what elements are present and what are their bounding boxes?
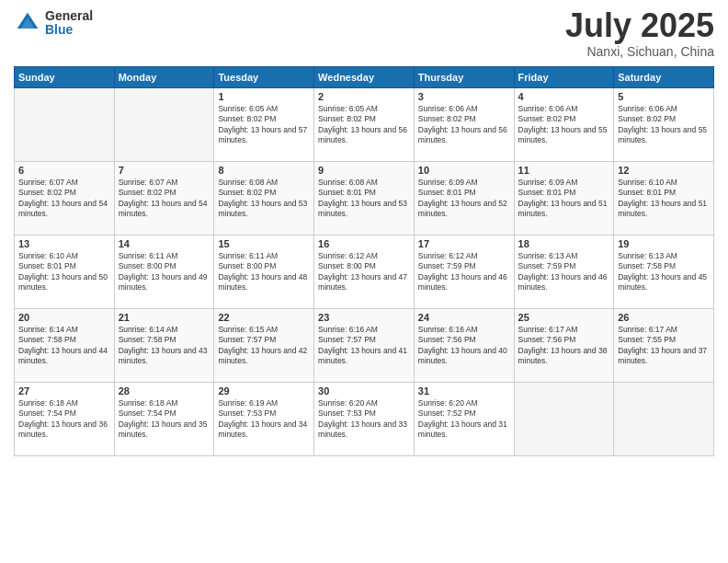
day-number: 31 [418, 385, 510, 396]
calendar-week-row: 27Sunrise: 6:18 AM Sunset: 7:54 PM Dayli… [15, 383, 714, 456]
logo: General Blue [14, 9, 93, 38]
day-info: Sunrise: 6:06 AM Sunset: 8:02 PM Dayligh… [518, 104, 610, 146]
day-info: Sunrise: 6:09 AM Sunset: 8:01 PM Dayligh… [418, 178, 510, 220]
day-number: 20 [18, 312, 110, 323]
day-number: 13 [18, 238, 110, 249]
day-info: Sunrise: 6:18 AM Sunset: 7:54 PM Dayligh… [18, 398, 110, 441]
calendar-week-row: 6Sunrise: 6:07 AM Sunset: 8:02 PM Daylig… [15, 162, 714, 236]
day-info: Sunrise: 6:08 AM Sunset: 8:01 PM Dayligh… [318, 178, 410, 220]
day-info: Sunrise: 6:16 AM Sunset: 7:57 PM Dayligh… [318, 325, 410, 367]
logo-blue: Blue [45, 23, 93, 37]
calendar-cell: 22Sunrise: 6:15 AM Sunset: 7:57 PM Dayli… [214, 309, 314, 383]
day-info: Sunrise: 6:09 AM Sunset: 8:01 PM Dayligh… [518, 178, 610, 220]
calendar-table: SundayMondayTuesdayWednesdayThursdayFrid… [14, 66, 714, 456]
calendar-cell: 11Sunrise: 6:09 AM Sunset: 8:01 PM Dayli… [514, 162, 614, 236]
calendar-cell: 9Sunrise: 6:08 AM Sunset: 8:01 PM Daylig… [314, 162, 415, 236]
logo-text: General Blue [45, 9, 93, 38]
day-number: 27 [18, 385, 110, 396]
calendar-cell: 28Sunrise: 6:18 AM Sunset: 7:54 PM Dayli… [114, 383, 214, 456]
month-title: July 2025 [565, 9, 714, 42]
calendar-week-row: 13Sunrise: 6:10 AM Sunset: 8:01 PM Dayli… [15, 236, 714, 309]
calendar-cell: 15Sunrise: 6:11 AM Sunset: 8:00 PM Dayli… [214, 236, 314, 309]
day-info: Sunrise: 6:07 AM Sunset: 8:02 PM Dayligh… [119, 178, 210, 220]
calendar-cell [15, 88, 115, 162]
day-info: Sunrise: 6:13 AM Sunset: 7:58 PM Dayligh… [618, 251, 710, 293]
calendar-header-sunday: Sunday [15, 67, 115, 88]
day-info: Sunrise: 6:05 AM Sunset: 8:02 PM Dayligh… [318, 104, 410, 146]
day-info: Sunrise: 6:08 AM Sunset: 8:02 PM Dayligh… [218, 178, 310, 220]
calendar-cell: 18Sunrise: 6:13 AM Sunset: 7:59 PM Dayli… [514, 236, 614, 309]
day-info: Sunrise: 6:17 AM Sunset: 7:56 PM Dayligh… [518, 325, 610, 367]
calendar-cell: 25Sunrise: 6:17 AM Sunset: 7:56 PM Dayli… [514, 309, 614, 383]
day-info: Sunrise: 6:14 AM Sunset: 7:58 PM Dayligh… [18, 325, 110, 367]
day-number: 23 [318, 312, 410, 323]
day-number: 8 [218, 165, 310, 176]
day-info: Sunrise: 6:13 AM Sunset: 7:59 PM Dayligh… [518, 251, 610, 293]
day-info: Sunrise: 6:06 AM Sunset: 8:02 PM Dayligh… [618, 104, 710, 146]
day-number: 4 [518, 91, 610, 102]
day-number: 18 [518, 238, 610, 249]
calendar-cell: 5Sunrise: 6:06 AM Sunset: 8:02 PM Daylig… [614, 88, 714, 162]
calendar-cell: 13Sunrise: 6:10 AM Sunset: 8:01 PM Dayli… [15, 236, 115, 309]
title-area: July 2025 Nanxi, Sichuan, China [565, 9, 714, 59]
day-number: 14 [119, 238, 210, 249]
day-info: Sunrise: 6:10 AM Sunset: 8:01 PM Dayligh… [618, 178, 710, 220]
calendar-week-row: 1Sunrise: 6:05 AM Sunset: 8:02 PM Daylig… [15, 88, 714, 162]
day-number: 6 [18, 165, 110, 176]
calendar-cell: 7Sunrise: 6:07 AM Sunset: 8:02 PM Daylig… [114, 162, 214, 236]
day-info: Sunrise: 6:20 AM Sunset: 7:52 PM Dayligh… [418, 398, 510, 441]
day-info: Sunrise: 6:14 AM Sunset: 7:58 PM Dayligh… [119, 325, 210, 367]
day-number: 24 [418, 312, 510, 323]
day-number: 15 [218, 238, 310, 249]
day-number: 16 [318, 238, 410, 249]
day-number: 22 [218, 312, 310, 323]
day-number: 2 [318, 91, 410, 102]
calendar-cell: 6Sunrise: 6:07 AM Sunset: 8:02 PM Daylig… [15, 162, 115, 236]
calendar-header-monday: Monday [114, 67, 214, 88]
day-info: Sunrise: 6:10 AM Sunset: 8:01 PM Dayligh… [18, 251, 110, 293]
calendar-header-saturday: Saturday [614, 67, 714, 88]
day-number: 9 [318, 165, 410, 176]
day-info: Sunrise: 6:15 AM Sunset: 7:57 PM Dayligh… [218, 325, 310, 367]
calendar-cell: 29Sunrise: 6:19 AM Sunset: 7:53 PM Dayli… [214, 383, 314, 456]
calendar-cell: 26Sunrise: 6:17 AM Sunset: 7:55 PM Dayli… [614, 309, 714, 383]
day-info: Sunrise: 6:11 AM Sunset: 8:00 PM Dayligh… [218, 251, 310, 293]
calendar-cell: 30Sunrise: 6:20 AM Sunset: 7:53 PM Dayli… [314, 383, 415, 456]
calendar-week-row: 20Sunrise: 6:14 AM Sunset: 7:58 PM Dayli… [15, 309, 714, 383]
day-number: 5 [618, 91, 710, 102]
calendar-cell: 31Sunrise: 6:20 AM Sunset: 7:52 PM Dayli… [414, 383, 514, 456]
day-number: 11 [518, 165, 610, 176]
day-info: Sunrise: 6:16 AM Sunset: 7:56 PM Dayligh… [418, 325, 510, 367]
day-info: Sunrise: 6:12 AM Sunset: 8:00 PM Dayligh… [318, 251, 410, 293]
calendar-cell: 27Sunrise: 6:18 AM Sunset: 7:54 PM Dayli… [15, 383, 115, 456]
day-info: Sunrise: 6:17 AM Sunset: 7:55 PM Dayligh… [618, 325, 710, 367]
day-number: 10 [418, 165, 510, 176]
day-info: Sunrise: 6:18 AM Sunset: 7:54 PM Dayligh… [119, 398, 210, 441]
day-info: Sunrise: 6:11 AM Sunset: 8:00 PM Dayligh… [119, 251, 210, 293]
calendar-cell: 2Sunrise: 6:05 AM Sunset: 8:02 PM Daylig… [314, 88, 415, 162]
logo-general: General [45, 9, 93, 23]
calendar-cell [614, 383, 714, 456]
calendar-header-tuesday: Tuesday [214, 67, 314, 88]
calendar-cell: 24Sunrise: 6:16 AM Sunset: 7:56 PM Dayli… [414, 309, 514, 383]
day-number: 7 [119, 165, 210, 176]
calendar-cell: 10Sunrise: 6:09 AM Sunset: 8:01 PM Dayli… [414, 162, 514, 236]
calendar-header-wednesday: Wednesday [314, 67, 415, 88]
calendar-cell: 19Sunrise: 6:13 AM Sunset: 7:58 PM Dayli… [614, 236, 714, 309]
day-number: 28 [119, 385, 210, 396]
calendar-cell [514, 383, 614, 456]
day-info: Sunrise: 6:12 AM Sunset: 7:59 PM Dayligh… [418, 251, 510, 293]
day-info: Sunrise: 6:06 AM Sunset: 8:02 PM Dayligh… [418, 104, 510, 146]
calendar-header-thursday: Thursday [414, 67, 514, 88]
calendar-cell: 1Sunrise: 6:05 AM Sunset: 8:02 PM Daylig… [214, 88, 314, 162]
calendar-header-friday: Friday [514, 67, 614, 88]
calendar-cell: 4Sunrise: 6:06 AM Sunset: 8:02 PM Daylig… [514, 88, 614, 162]
day-number: 21 [119, 312, 210, 323]
location: Nanxi, Sichuan, China [565, 44, 714, 59]
calendar-cell: 14Sunrise: 6:11 AM Sunset: 8:00 PM Dayli… [114, 236, 214, 309]
day-number: 17 [418, 238, 510, 249]
calendar-cell: 8Sunrise: 6:08 AM Sunset: 8:02 PM Daylig… [214, 162, 314, 236]
calendar-header-row: SundayMondayTuesdayWednesdayThursdayFrid… [15, 67, 714, 88]
day-info: Sunrise: 6:20 AM Sunset: 7:53 PM Dayligh… [318, 398, 410, 441]
day-info: Sunrise: 6:19 AM Sunset: 7:53 PM Dayligh… [218, 398, 310, 441]
